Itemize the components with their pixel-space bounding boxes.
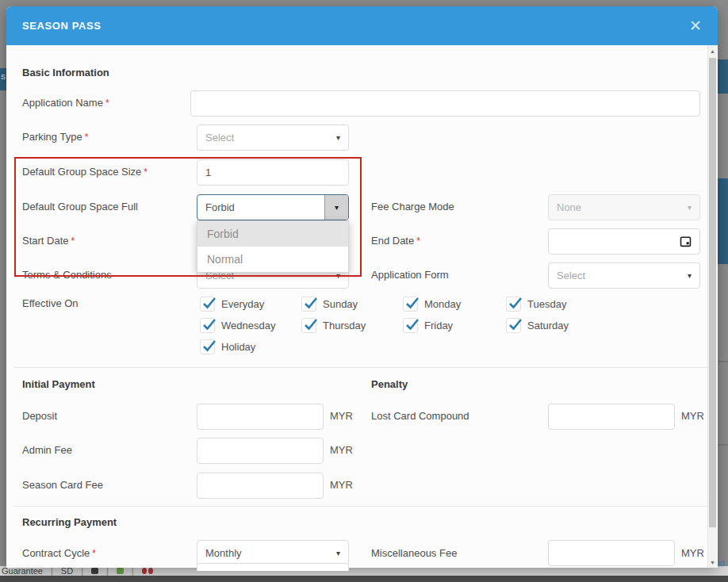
deposit-label: Deposit xyxy=(22,410,57,422)
checkbox-box xyxy=(506,318,521,333)
contract-cycle-label: Contract Cycle* xyxy=(22,547,96,559)
application-name-label: Application Name* xyxy=(22,97,109,109)
lost-card-compound-currency: MYR xyxy=(681,410,704,422)
checkbox-box xyxy=(506,297,521,312)
dropdown-option-forbid[interactable]: Forbid xyxy=(197,221,348,247)
season-pass-dialog: SEASON PASS ✕ Basic Information Applicat… xyxy=(6,6,718,568)
parking-type-label: Parking Type* xyxy=(22,131,88,143)
scroll-down-icon[interactable]: ▼ xyxy=(708,557,717,568)
admin-fee-currency: MYR xyxy=(330,444,353,456)
section-recurring-payment: Recurring Payment xyxy=(22,516,117,528)
check-icon xyxy=(201,316,217,332)
required-marker: * xyxy=(71,235,75,247)
effective-on-label: Effective On xyxy=(22,297,79,309)
group-space-full-dropdown-list: Forbid Normal xyxy=(197,220,349,273)
checkbox-friday[interactable]: Friday xyxy=(403,318,453,333)
dropdown-arrow-icon: ▾ xyxy=(688,203,692,212)
close-icon[interactable]: ✕ xyxy=(689,18,702,33)
check-icon xyxy=(303,316,319,332)
calendar-icon xyxy=(680,235,692,247)
fee-charge-mode-label: Fee Charge Mode xyxy=(371,201,454,213)
section-divider xyxy=(13,506,711,507)
dialog-title: SEASON PASS xyxy=(22,20,102,32)
background-line xyxy=(718,361,728,362)
checkbox-saturday[interactable]: Saturday xyxy=(506,318,569,333)
checkbox-sunday[interactable]: Sunday xyxy=(301,297,358,312)
lost-card-compound-label: Lost Card Compound xyxy=(371,410,469,422)
check-icon xyxy=(201,338,217,354)
required-marker: * xyxy=(416,235,420,247)
miscellaneous-fee-input[interactable] xyxy=(548,540,675,566)
checkbox-tuesday[interactable]: Tuesday xyxy=(506,297,566,312)
dropdown-arrow-icon: ▾ xyxy=(335,203,339,212)
checkbox-wednesday[interactable]: Wednesday xyxy=(200,318,275,333)
required-marker: * xyxy=(144,167,148,178)
season-card-fee-currency: MYR xyxy=(330,479,353,491)
required-marker: * xyxy=(85,132,89,143)
clipped-next-input xyxy=(197,563,349,571)
application-form-select[interactable]: Select ▾ xyxy=(548,262,700,289)
dialog-header: SEASON PASS ✕ xyxy=(6,6,718,45)
end-date-input[interactable] xyxy=(548,228,700,255)
scrollbar-thumb[interactable] xyxy=(709,58,716,527)
admin-fee-input[interactable] xyxy=(197,438,324,464)
background-table-fragment xyxy=(718,178,728,264)
checkbox-monday[interactable]: Monday xyxy=(403,297,461,312)
background-sidebar-letter: S xyxy=(0,73,6,81)
season-card-fee-label: Season Card Fee xyxy=(22,479,103,491)
footer-red-icon xyxy=(148,568,153,574)
background-table-header-fragment xyxy=(718,59,728,94)
lost-card-compound-input[interactable] xyxy=(548,404,675,430)
start-date-label: Start Date* xyxy=(22,235,75,247)
background-sidebar-fragment: S xyxy=(0,68,6,90)
check-icon xyxy=(508,316,523,332)
section-penalty: Penalty xyxy=(371,378,408,390)
season-card-fee-input[interactable] xyxy=(197,473,324,499)
terms-conditions-label: Terms & Conditions xyxy=(22,269,112,281)
scroll-up-icon[interactable]: ▲ xyxy=(708,45,717,56)
parking-type-select[interactable]: Select ▾ xyxy=(197,124,349,151)
checkbox-box xyxy=(403,318,418,333)
dropdown-arrow-icon: ▾ xyxy=(688,271,692,280)
section-initial-payment: Initial Payment xyxy=(22,378,95,390)
dropdown-arrow-button[interactable]: ▾ xyxy=(324,195,348,220)
checkbox-box xyxy=(200,318,215,333)
fee-charge-mode-select[interactable]: None ▾ xyxy=(548,194,700,220)
deposit-currency: MYR xyxy=(330,410,353,422)
required-marker: * xyxy=(105,98,109,109)
dialog-scrollbar[interactable]: ▲ ▼ xyxy=(707,45,717,568)
application-form-label: Application Form xyxy=(371,269,449,281)
default-group-space-size-input[interactable] xyxy=(197,159,349,186)
check-icon xyxy=(508,295,523,311)
background-taskbar xyxy=(0,576,728,582)
section-divider xyxy=(13,367,711,368)
check-icon xyxy=(201,295,217,311)
check-icon xyxy=(303,295,319,311)
checkbox-box xyxy=(403,297,418,312)
deposit-input[interactable] xyxy=(197,404,324,430)
section-basic-information: Basic Information xyxy=(22,67,109,78)
footer-red-icon xyxy=(142,568,147,574)
checkbox-box xyxy=(301,318,316,333)
dropdown-option-normal[interactable]: Normal xyxy=(197,247,348,272)
miscellaneous-fee-currency: MYR xyxy=(681,547,704,559)
dropdown-arrow-icon: ▾ xyxy=(336,133,340,142)
end-date-label: End Date* xyxy=(371,235,420,247)
checkbox-holiday[interactable]: Holiday xyxy=(200,339,255,354)
dropdown-arrow-icon: ▾ xyxy=(336,549,340,557)
footer-green-icon xyxy=(117,568,124,574)
checkbox-thursday[interactable]: Thursday xyxy=(301,318,366,333)
application-name-input[interactable] xyxy=(190,90,700,117)
miscellaneous-fee-label: Miscellaneous Fee xyxy=(371,547,457,559)
check-icon xyxy=(404,295,420,311)
admin-fee-label: Admin Fee xyxy=(22,444,72,456)
check-icon xyxy=(404,316,420,332)
required-marker: * xyxy=(92,548,96,559)
checkbox-everyday[interactable]: Everyday xyxy=(200,297,264,312)
checkbox-box xyxy=(200,339,215,354)
checkbox-box xyxy=(200,297,215,312)
checkbox-box xyxy=(301,297,316,312)
default-group-space-size-label: Default Group Space Size* xyxy=(22,166,148,178)
default-group-space-full-select[interactable]: Forbid ▾ xyxy=(197,194,349,220)
default-group-space-full-label: Default Group Space Full xyxy=(22,201,138,213)
